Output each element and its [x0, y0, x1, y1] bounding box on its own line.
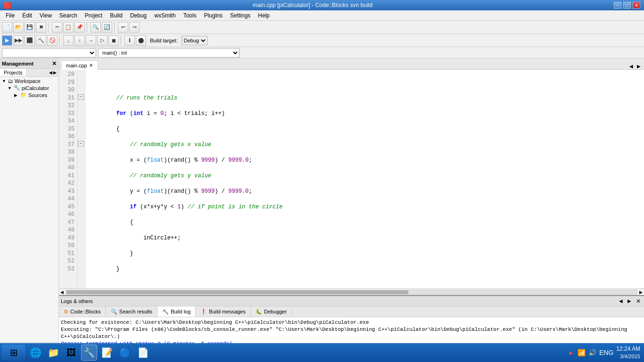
close-file-button[interactable]: ✖ [36, 22, 46, 33]
titlebar-controls: ─ □ ✕ [614, 2, 640, 8]
find-button[interactable]: 🔍 [91, 22, 101, 33]
close-button[interactable]: ✕ [633, 2, 640, 8]
menu-build[interactable]: Build [106, 11, 126, 20]
tab-prev-button[interactable]: ◀ [628, 63, 635, 69]
menu-debug[interactable]: Debug [126, 11, 150, 20]
line-numbers: 28 29 30 31 32 33 34 35 36 37 38 39 [59, 70, 78, 288]
sidebar-close-button[interactable]: ✕ [52, 60, 57, 67]
sources-expand-icon[interactable]: ▶ [14, 93, 19, 98]
log-line-1: Checking for existence: C:\Users\Mark\De… [61, 319, 642, 326]
step-in-button[interactable]: ↓ [63, 35, 74, 46]
code-editor[interactable]: 28 29 30 31 32 33 34 35 36 37 38 39 [59, 70, 644, 288]
workspace-expand-icon[interactable]: ▼ [2, 79, 7, 83]
taskbar-chrome[interactable]: 🌐 [27, 345, 43, 361]
tray-volume-icon: 🔊 [588, 349, 596, 356]
menu-wxsmith[interactable]: wxSmith [150, 11, 179, 20]
copy-button[interactable]: 📋 [63, 22, 74, 33]
cut-button[interactable]: ✂ [52, 22, 62, 33]
tab-build-log[interactable]: 🔨 Build log [157, 306, 196, 317]
workspace-label: Workspace [15, 78, 41, 84]
redo-button[interactable]: ↪ [129, 22, 140, 33]
menu-edit[interactable]: Edit [18, 11, 36, 20]
menu-tools[interactable]: Tools [180, 11, 200, 20]
stop-debug-button[interactable]: ⏹ [108, 35, 119, 46]
open-button[interactable]: 📂 [13, 22, 24, 33]
save-button[interactable]: 💾 [25, 22, 35, 33]
undo-button[interactable]: ↩ [118, 22, 128, 33]
tree-sources[interactable]: ▶ 📁 Sources [1, 91, 58, 99]
tab-main-cpp[interactable]: main.cpp ✕ [61, 60, 98, 70]
project-label: piCalculator [22, 85, 49, 91]
logs-tabs: ⚙ Code::Blocks 🔍 Search results 🔨 Build … [59, 306, 644, 317]
clock[interactable]: 12:24 AM 3/4/2015 [616, 346, 640, 360]
abort-button[interactable]: 🚫 [47, 35, 58, 46]
sidebar: Management ✕ Projects ◀ ▶ ▼ 🗂 Workspace [0, 58, 59, 352]
run-button[interactable]: ▶ [2, 35, 12, 46]
build-target-label: Build target: [147, 38, 181, 43]
tab-next-button[interactable]: ▶ [636, 63, 642, 69]
tray-network-icon: 🔺 [567, 349, 575, 356]
codeblocks-icon: ⚙ [64, 309, 68, 315]
code-content[interactable]: // runs the trials for (int i = 0; i < t… [85, 70, 644, 288]
new-button[interactable]: 📄 [2, 22, 12, 33]
function-dropdown[interactable]: main() : int [98, 48, 239, 58]
breakpoint-button[interactable]: ⬤ [136, 35, 146, 46]
right-panel: main.cpp ✕ ◀ ▶ 28 29 30 [59, 58, 644, 352]
scroll-right-button[interactable]: ▶ [638, 290, 644, 295]
tab-search-results[interactable]: 🔍 Search results [106, 306, 157, 317]
logs-close-button[interactable]: ✕ [635, 297, 642, 305]
logs-next-button[interactable]: ▶ [626, 298, 633, 304]
menu-plugins[interactable]: Plugins [200, 11, 226, 20]
replace-button[interactable]: 🔄 [102, 22, 112, 33]
tray-wifi-icon: 📶 [578, 349, 586, 356]
log-line-2: Executing: "C:\Program Files (x86)\CodeB… [61, 326, 642, 340]
tab-build-messages[interactable]: ❗ Build messages [196, 306, 251, 317]
taskbar-photos[interactable]: 🖼 [63, 345, 79, 361]
fold-column: − − [78, 70, 85, 288]
sidebar-prev-button[interactable]: ◀ [49, 70, 52, 75]
build-button[interactable]: 🔨 [36, 35, 46, 46]
content-row: Management ✕ Projects ◀ ▶ ▼ 🗂 Workspace [0, 58, 644, 352]
menu-view[interactable]: View [36, 11, 56, 20]
menu-project[interactable]: Project [81, 11, 106, 20]
menu-search[interactable]: Search [56, 11, 81, 20]
menu-help[interactable]: Help [254, 11, 273, 20]
debug-info-button[interactable]: ℹ [124, 35, 135, 46]
sources-icon: 📁 [20, 92, 27, 98]
taskbar-word[interactable]: 📝 [99, 345, 115, 361]
logs-prev-button[interactable]: ◀ [618, 298, 624, 304]
tab-projects[interactable]: Projects [0, 69, 27, 76]
sidebar-next-button[interactable]: ▶ [53, 70, 57, 75]
editor-scrollbar-h[interactable]: ◀ ▶ [59, 288, 644, 295]
maximize-button[interactable]: □ [623, 2, 631, 8]
project-icon: 🔧 [14, 85, 20, 91]
step-out-button[interactable]: ↑ [74, 35, 85, 46]
continue-button[interactable]: ▷ [97, 35, 107, 46]
minimize-button[interactable]: ─ [614, 2, 621, 8]
next-button[interactable]: → [86, 35, 96, 46]
scroll-left-button[interactable]: ◀ [59, 290, 65, 295]
fold-37[interactable]: − [78, 141, 84, 147]
taskbar-extra1[interactable]: 🔵 [117, 345, 133, 361]
menu-settings[interactable]: Settings [226, 11, 254, 20]
start-button[interactable]: ⊞ [2, 345, 25, 361]
tree-project[interactable]: ▼ 🔧 piCalculator [1, 84, 58, 91]
build-target-dropdown[interactable]: Debug [182, 36, 207, 45]
project-expand-icon[interactable]: ▼ [8, 86, 12, 90]
taskbar-codeblocks-app[interactable]: 🔧 [81, 345, 97, 361]
paste-button[interactable]: 📌 [74, 22, 85, 33]
build-msg-icon: ❗ [200, 309, 207, 315]
tab-codeblocks[interactable]: ⚙ Code::Blocks [59, 306, 106, 317]
scope-dropdown[interactable] [2, 48, 96, 58]
sources-label: Sources [28, 92, 47, 98]
menu-file[interactable]: File [2, 11, 18, 20]
fold-31[interactable]: − [78, 94, 84, 100]
tree-workspace[interactable]: ▼ 🗂 Workspace [1, 78, 58, 84]
tab-main-cpp-label: main.cpp [66, 63, 87, 68]
taskbar-extra2[interactable]: 📄 [135, 345, 151, 361]
tab-debugger[interactable]: 🐛 Debugger [251, 306, 292, 317]
stop-button[interactable]: ⬛ [25, 35, 35, 46]
build-run-button[interactable]: ▶▶ [13, 35, 24, 46]
tab-main-cpp-close[interactable]: ✕ [89, 63, 93, 68]
taskbar-files[interactable]: 📁 [45, 345, 61, 361]
